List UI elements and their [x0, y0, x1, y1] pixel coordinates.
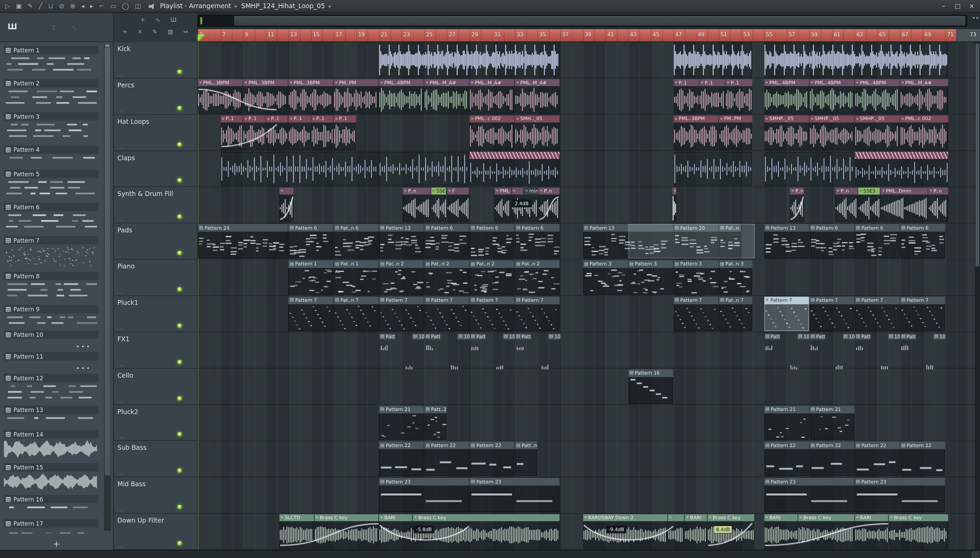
pattern-clip-pattern-7[interactable]: ▤Pattern 7 — [855, 297, 900, 331]
track-header-percs[interactable]: Percs... — [114, 78, 197, 115]
audio-clip[interactable] — [220, 151, 378, 186]
pattern-clip-patt-n-22[interactable]: ▤Patt..n 22 — [515, 441, 537, 476]
audio-clip-pml-c-002[interactable]: »PML..c 002 — [469, 115, 514, 150]
audio-clip-pml-4bpm[interactable]: »PML..4BPM — [379, 79, 424, 113]
pattern-clip-pattern-13[interactable]: ▤Pattern 13 — [764, 224, 809, 259]
pattern-clip-pattern-6[interactable]: ▤Pattern 6 — [809, 224, 854, 259]
track-options[interactable]: ... — [117, 217, 124, 222]
pattern-clip-pattern-6[interactable]: ▤Pattern 6 — [289, 224, 333, 259]
audio-clip-pml-4bpm[interactable]: »PML..4BPM — [809, 79, 854, 113]
audio-clip[interactable] — [673, 43, 752, 77]
track-header-kick[interactable]: Kick... — [114, 42, 197, 79]
pattern-list-item-10[interactable]: Pattern 10 — [3, 329, 100, 349]
pattern-clip-pattern-7[interactable]: ▤Pattern 7 — [809, 297, 854, 331]
window-icon[interactable]: ▣ — [16, 3, 22, 9]
track-enable-led[interactable] — [177, 469, 182, 473]
track-header-fx1[interactable]: FX1... — [114, 332, 197, 369]
audio-clip-p-1[interactable]: »P..1 — [266, 115, 288, 150]
pattern-clip-pattern-7[interactable]: ▤Pattern 7 — [289, 297, 333, 331]
track-header-synth-drum-fill[interactable]: Synth & Drum Fill... — [114, 187, 197, 223]
pattern-clip-pat-n-2[interactable]: ▤Pat..n 2 — [469, 260, 514, 295]
pattern-clip-patt[interactable]: ▤Patt — [515, 333, 531, 340]
track-enable-led[interactable] — [177, 432, 182, 437]
magnet-icon[interactable]: ⊔ — [48, 3, 53, 9]
pattern-list-item-9[interactable]: Pattern 9 — [3, 304, 100, 327]
pattern-clip-pat-n-7[interactable]: ▤Pat..n 7 — [334, 297, 378, 331]
track-header-sub-bass[interactable]: Sub Bass... — [114, 441, 197, 478]
scrollbar-thumb[interactable] — [975, 44, 979, 267]
audio-clip-pml-m-a[interactable]: »PML..M_A# — [515, 79, 560, 113]
pattern-clip-pattern-13[interactable]: ▤Pattern 13 — [379, 224, 424, 259]
pattern-clip-pattern-7[interactable]: ▤Pattern 7 — [424, 297, 469, 331]
pattern-clip-10[interactable]: ▤10 — [457, 333, 470, 340]
pattern-clip-pattern-22[interactable]: ▤Pattern 22 — [379, 441, 424, 476]
wave-view-icon[interactable]: ∿ — [71, 24, 77, 31]
track-options[interactable]: ... — [117, 181, 124, 186]
pattern-clip-10[interactable]: ▤10 — [933, 333, 946, 340]
pattern-clip-pattern-3[interactable]: ▤Pattern 3 — [673, 260, 718, 295]
track-header-mid-bass[interactable]: Mid Bass... — [114, 478, 197, 514]
pattern-clip-patt-21[interactable]: ▤Patt..21 — [424, 405, 446, 440]
minimize-button[interactable]: – — [937, 3, 951, 10]
track-options[interactable]: ... — [117, 325, 124, 331]
audio-clip-p-n[interactable]: »P..n — [836, 188, 857, 222]
pattern-list-item-11[interactable]: Pattern 11 — [3, 351, 100, 371]
pattern-clip-pattern-6[interactable]: ▤Pattern 6 — [900, 224, 945, 259]
track-enable-led[interactable] — [177, 106, 182, 110]
slice-tool-icon[interactable]: ╱ — [39, 3, 43, 9]
track-header-down-up-filter[interactable]: Down Up Filter... — [114, 514, 197, 550]
pattern-clip-pattern-21[interactable]: ▤Pattern 21 — [379, 405, 424, 440]
audio-clip-brass-c-key[interactable]: »Brass C key — [798, 514, 854, 549]
timeline-ruler[interactable]: 5791113151719212325272931333537394143454… — [198, 29, 980, 42]
audio-clip[interactable] — [673, 151, 752, 186]
audio-clip-p-1[interactable]: »P..1 — [726, 79, 752, 113]
close-button[interactable]: × — [965, 3, 978, 10]
track-options[interactable]: ... — [117, 289, 124, 295]
audio-clip-pml-m-a[interactable]: »PML..M_A# — [900, 79, 948, 113]
pattern-clip-pat-n-1[interactable]: ▤Pat..n 1 — [334, 260, 378, 295]
track-options[interactable]: ... — [117, 398, 124, 404]
audio-clip-sse3[interactable]: »SSE3 — [431, 188, 446, 222]
play-icon[interactable]: ▷ — [5, 3, 10, 9]
pattern-list-item-12[interactable]: Pattern 12 — [3, 373, 100, 402]
pattern-clip-10[interactable]: ▤10 — [888, 333, 900, 340]
pattern-list-item-1[interactable]: Pattern 1 — [3, 44, 100, 76]
zoom-icon[interactable]: ◯ — [122, 3, 129, 9]
no-snap-icon[interactable]: ⊘ — [59, 3, 64, 9]
pattern-list-item-2[interactable]: Pattern 2 — [3, 78, 100, 109]
audio-clip-pml-m-a[interactable]: »PML..M_A# — [469, 79, 514, 113]
pattern-list-item-4[interactable]: Pattern 4 — [3, 144, 100, 167]
audio-clip-p-n[interactable]: »P..n — [403, 188, 430, 222]
track-options[interactable]: ... — [117, 470, 124, 476]
back-icon[interactable]: ◂ — [81, 3, 84, 9]
track-options[interactable]: ... — [117, 108, 124, 113]
audio-clip-pml-3bpm[interactable]: »PML..3BPM — [243, 79, 287, 113]
overview-thumb[interactable] — [234, 16, 965, 26]
audio-clip-brass-c-key[interactable]: »Brass C key8.4dB — [708, 514, 754, 549]
pattern-list-item-13[interactable]: Pattern 13 — [3, 405, 100, 427]
track-enable-led[interactable] — [177, 251, 182, 255]
pattern-length-icon[interactable]: Ш — [171, 17, 177, 23]
track-enable-led[interactable] — [177, 396, 182, 400]
track-enable-led[interactable] — [177, 323, 182, 328]
pattern-clip-patt[interactable]: ▤Patt — [809, 333, 826, 340]
pattern-clip-pattern-7[interactable]: ▤Pattern 7 — [515, 297, 560, 331]
audio-clip-smhp-05[interactable]: »SMHP.._05 — [855, 115, 900, 150]
audio-clip-p-1[interactable]: »P..1 — [673, 79, 699, 113]
track-enable-led[interactable] — [177, 214, 182, 219]
audio-clip-p-1[interactable]: »P..1 — [220, 115, 243, 150]
track-options[interactable]: ... — [117, 434, 124, 440]
pattern-clip-pattern-7[interactable]: ▤Pattern 7 — [900, 297, 945, 331]
pattern-clip-pattern-23[interactable]: ▤Pattern 23 — [379, 478, 469, 512]
track-enable-led[interactable] — [177, 505, 182, 509]
track-header-claps[interactable]: Claps... — [114, 151, 197, 187]
overview-scrollbar[interactable] — [198, 15, 967, 27]
pattern-list-item-17[interactable]: Pattern 17 — [3, 518, 100, 533]
pattern-list-item-15[interactable]: Pattern 15 — [3, 462, 100, 492]
pattern-clip-pat-n-6[interactable]: ▤Pat..n 6 — [334, 224, 378, 259]
pattern-list-scrollbar[interactable] — [104, 44, 111, 531]
audio-clip-brass-c-key[interactable]: »Brass C key — [314, 514, 378, 549]
audio-clip-pml[interactable]: »PML — [494, 188, 511, 222]
audio-clip[interactable] — [469, 151, 560, 186]
track-enable-led[interactable] — [177, 142, 182, 146]
